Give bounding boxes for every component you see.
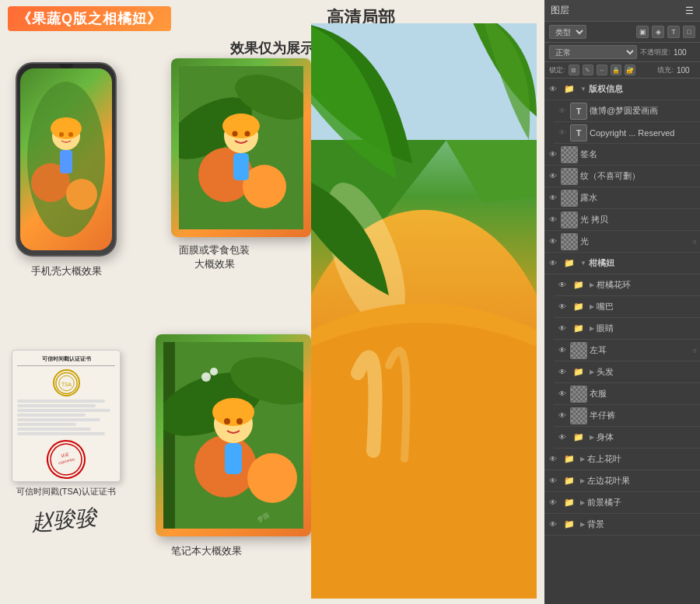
layer-guangfubei-thumb [561,211,578,229]
filter-pixel-btn[interactable]: ▣ [636,26,649,38]
cert-lines [17,400,115,435]
layer-weibo[interactable]: 👁 T 微博@梦圆爱画画 [554,100,700,122]
layer-guang[interactable]: 👁 光 ○ [544,231,700,253]
svg-text:TSA: TSA [61,381,72,386]
layer-jujuniu[interactable]: 👁 📁 ▼ 柑橘妞 [544,253,700,274]
layer-beijing-eye[interactable]: 👁 [548,519,558,530]
layer-qianjingtang[interactable]: 👁 📁 ▶ 前景橘子 [544,492,700,514]
layer-zuobianyeguo[interactable]: 👁 📁 ▶ 左边花叶果 [544,470,700,492]
layer-yangjing[interactable]: 👁 📁 ▶ 眼睛 [554,318,700,340]
layer-zuoer[interactable]: 👁 左耳 ○ [554,340,700,361]
layers-options-icon[interactable]: ☰ [685,5,694,16]
layer-toufa[interactable]: 👁 📁 ▶ 头发 [554,361,700,383]
layer-guangfubei[interactable]: 👁 光 拷贝 [544,209,700,231]
layer-juhuahuan-eye[interactable]: 👁 [557,280,568,291]
blend-mode-select[interactable]: 正常 [549,45,637,59]
layer-zhiwen-eye[interactable]: 👁 [548,171,558,182]
layer-yifu[interactable]: 👁 衣服 [554,383,700,405]
layer-qianjingtang-eye[interactable]: 👁 [548,498,558,508]
layer-guangfubei-eye[interactable]: 👁 [548,215,558,225]
layer-jujuniu-chevron[interactable]: ▼ [580,260,586,267]
filter-text-btn[interactable]: T [667,26,680,38]
layer-banquan-thumb: 📁 [561,81,578,98]
layer-yangjing-chevron[interactable]: ▶ [590,325,594,332]
layer-shenti[interactable]: 👁 📁 ▶ 身体 [554,427,700,449]
fill-label: 填充: [657,65,674,75]
layer-guang-name: 光 [580,236,691,247]
phone-screen [20,68,112,250]
layer-shenti-chevron[interactable]: ▶ [590,434,594,441]
type-filter-select[interactable]: 类型 [549,25,586,39]
layer-jujuniu-eye[interactable]: 👁 [548,258,558,269]
layer-zuoer-eye[interactable]: 👁 [557,345,568,356]
svg-point-7 [68,132,73,137]
layer-zuobianyeguo-chevron[interactable]: ▶ [580,477,585,484]
layer-banquan-eye[interactable]: 👁 [548,84,558,95]
lock-artboard-btn[interactable]: 🔒 [611,65,621,75]
layer-zuobianyeguo-name: 左边花叶果 [587,475,697,487]
layer-juhuahuan[interactable]: 👁 📁 ▶ 柑橘花环 [554,274,700,296]
layer-shenti-eye[interactable]: 👁 [557,432,568,443]
layer-zhiwen-name: 纹（不喜可删） [580,170,697,182]
lock-draw-btn[interactable]: ✎ [583,65,593,75]
filter-adjust-btn[interactable]: ◈ [652,26,664,38]
layer-weibo-name: 微博@梦圆爱画画 [590,105,697,117]
svg-text:CERTIFIED: CERTIFIED [58,457,75,465]
layer-beijing-name: 背景 [587,518,697,530]
layer-jujuniu-name: 柑橘妞 [589,257,697,269]
lock-move-btn[interactable]: ↔ [597,65,607,75]
layer-banquan-chevron[interactable]: ▼ [580,86,586,93]
layer-zuiba-thumb: 📁 [570,299,587,316]
fill-value: 100 [677,66,695,75]
layer-qianming-eye[interactable]: 👁 [548,149,558,160]
layer-toufa-eye[interactable]: 👁 [557,367,568,378]
layer-juhuahuan-chevron[interactable]: ▶ [590,281,594,288]
layer-lushui[interactable]: 👁 露水 [544,187,700,209]
layer-qianjingtang-chevron[interactable]: ▶ [580,499,585,506]
layer-yifu-thumb [570,386,587,403]
layer-banzifu[interactable]: 👁 半仔裤 [554,405,700,427]
opacity-label: 不透明度: [640,47,670,58]
lock-position-btn[interactable]: ⊠ [569,65,579,75]
layer-youshangye[interactable]: 👁 📁 ▶ 右上花叶 [544,449,700,470]
layer-youshangye-chevron[interactable]: ▶ [580,456,585,463]
layer-zuiba-name: 嘴巴 [597,301,697,312]
layer-zuiba-eye[interactable]: 👁 [557,302,568,312]
layer-lushui-eye[interactable]: 👁 [548,193,558,204]
layer-banzifu-eye[interactable]: 👁 [557,410,568,421]
layer-copyright[interactable]: 👁 T Copyright ... Reserved [554,122,700,144]
lock-all-btn[interactable]: 🔐 [625,65,635,75]
layer-qianming[interactable]: 👁 签名 [544,144,700,166]
svg-point-5 [51,117,82,139]
layer-guang-eye[interactable]: 👁 [548,236,558,247]
layer-zuoer-extra: ○ [693,347,697,354]
signature: 赵骏骏 [30,502,98,537]
notebook-label: 笔记本大概效果 [171,544,242,558]
layer-copyright-eye[interactable]: 👁 [557,127,568,138]
layer-toufa-chevron[interactable]: ▶ [590,368,594,375]
layer-zuiba[interactable]: 👁 📁 ▶ 嘴巴 [554,296,700,318]
layer-banquan[interactable]: 👁 📁 ▼ 版权信息 [544,79,700,100]
layer-youshangye-eye[interactable]: 👁 [548,454,558,465]
layer-copyright-name: Copyright ... Reserved [590,128,697,138]
cert-stamp: 认证 CERTIFIED [42,435,89,483]
layer-juhuahuan-thumb: 📁 [570,277,587,294]
layer-lushui-name: 露水 [580,192,697,204]
layer-zhiwen-thumb [561,168,578,185]
layer-yifu-eye[interactable]: 👁 [557,389,568,400]
cert-label: 可信时间戳(TSA)认证证书 [12,486,121,498]
layer-zuoer-thumb [570,342,587,359]
layers-header: 图层 ☰ [544,0,700,22]
layer-zhiwen[interactable]: 👁 纹（不喜可删） [544,166,700,187]
layer-beijing[interactable]: 👁 📁 ▶ 背景 [544,514,700,536]
layer-zuobianyeguo-eye[interactable]: 👁 [548,476,558,487]
layer-weibo-eye[interactable]: 👁 [557,106,568,117]
layers-list[interactable]: 👁 📁 ▼ 版权信息 👁 T 微博@梦圆爱画画 👁 T Copyright ..… [544,79,700,604]
layer-zuiba-chevron[interactable]: ▶ [590,303,594,310]
layer-yangjing-eye[interactable]: 👁 [557,323,568,334]
cert-seal: TSA [53,369,80,396]
filter-shape-btn[interactable]: □ [683,26,695,38]
layer-beijing-chevron[interactable]: ▶ [580,521,585,528]
layer-zuobianyeguo-thumb: 📁 [561,473,578,490]
square-label: 面膜或零食包装 大概效果 [179,243,250,271]
